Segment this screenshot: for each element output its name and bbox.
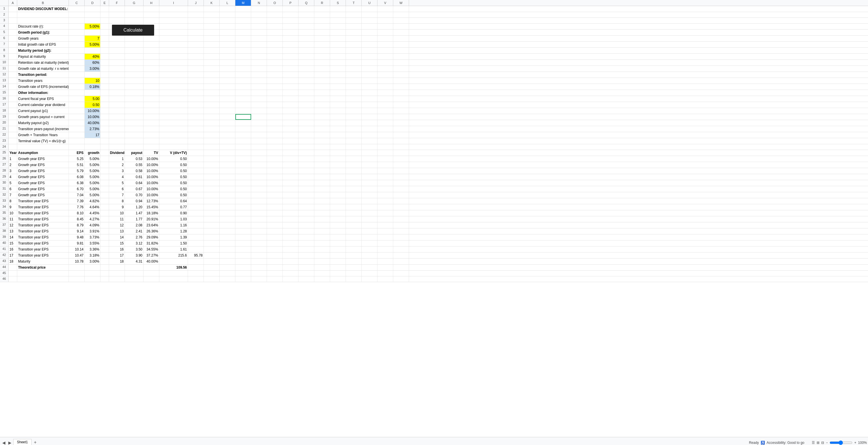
cell-G31[interactable]: 0.67 xyxy=(125,186,144,192)
cell-M13[interactable] xyxy=(236,78,251,84)
cell-E46[interactable] xyxy=(100,276,109,282)
cell-extra-16-3[interactable] xyxy=(314,96,330,102)
cell-L40[interactable] xyxy=(220,240,236,246)
cell-B11[interactable]: Growth rate at maturity: r x retent xyxy=(17,66,69,71)
cell-F2[interactable] xyxy=(109,12,125,18)
cell-I18[interactable] xyxy=(159,108,188,114)
cell-extra-18-8[interactable] xyxy=(393,108,409,114)
cell-J16[interactable] xyxy=(188,96,204,102)
cell-J14[interactable] xyxy=(188,84,204,90)
cell-extra-43-2[interactable] xyxy=(299,259,314,264)
cell-E45[interactable] xyxy=(100,271,109,276)
cell-I38[interactable]: 1.28 xyxy=(159,228,188,234)
cell-J40[interactable] xyxy=(188,240,204,246)
cell-G3[interactable] xyxy=(125,18,144,23)
cell-I22[interactable] xyxy=(159,132,188,138)
cell-H24[interactable] xyxy=(144,144,159,150)
cell-N6[interactable] xyxy=(251,36,267,41)
cell-A2[interactable] xyxy=(9,12,17,18)
cell-N45[interactable] xyxy=(251,271,267,276)
cell-H18[interactable] xyxy=(144,108,159,114)
cell-N27[interactable] xyxy=(251,162,267,168)
cell-extra-12-5[interactable] xyxy=(346,72,362,78)
cell-extra-33-1[interactable] xyxy=(283,198,299,204)
cell-I13[interactable] xyxy=(159,78,188,84)
cell-extra-39-0[interactable] xyxy=(267,234,283,240)
cell-C43[interactable]: 10.78 xyxy=(69,259,85,264)
cell-N10[interactable] xyxy=(251,60,267,65)
cell-L20[interactable] xyxy=(220,120,236,126)
cell-extra-17-2[interactable] xyxy=(299,102,314,108)
cell-extra-3-8[interactable] xyxy=(393,18,409,23)
cell-D30[interactable]: 5.00% xyxy=(85,180,100,186)
cell-extra-9-0[interactable] xyxy=(267,54,283,59)
cell-extra-16-8[interactable] xyxy=(393,96,409,102)
col-header-D[interactable]: D xyxy=(85,0,100,6)
zoom-in-button[interactable]: + xyxy=(854,441,856,445)
cell-I41[interactable]: 1.61 xyxy=(159,246,188,252)
cell-H32[interactable]: 10.00% xyxy=(144,192,159,198)
cell-B13[interactable]: Transition years xyxy=(17,78,69,84)
cell-L8[interactable] xyxy=(220,48,236,54)
cell-M24[interactable] xyxy=(236,144,251,150)
cell-extra-38-2[interactable] xyxy=(299,228,314,234)
cell-C21[interactable] xyxy=(69,126,85,132)
cell-D5[interactable] xyxy=(85,30,100,35)
cell-extra-9-7[interactable] xyxy=(377,54,393,59)
cell-C29[interactable]: 6.08 xyxy=(69,174,85,180)
cell-extra-15-2[interactable] xyxy=(299,90,314,96)
cell-extra-14-3[interactable] xyxy=(314,84,330,90)
cell-M28[interactable] xyxy=(236,168,251,174)
cell-K12[interactable] xyxy=(204,72,220,78)
cell-extra-14-1[interactable] xyxy=(283,84,299,90)
cell-E33[interactable] xyxy=(100,198,109,204)
cell-extra-21-3[interactable] xyxy=(314,126,330,132)
cell-A28[interactable]: 3 xyxy=(9,168,17,174)
cell-H28[interactable]: 10.00% xyxy=(144,168,159,174)
cell-extra-28-3[interactable] xyxy=(314,168,330,174)
cell-extra-33-0[interactable] xyxy=(267,198,283,204)
cell-D36[interactable]: 4.27% xyxy=(85,216,100,222)
cell-N35[interactable] xyxy=(251,210,267,216)
cell-extra-25-4[interactable] xyxy=(330,150,346,156)
cell-extra-7-2[interactable] xyxy=(299,42,314,48)
cell-E10[interactable] xyxy=(100,60,109,65)
cell-M39[interactable] xyxy=(236,234,251,240)
cell-extra-16-4[interactable] xyxy=(330,96,346,102)
cell-extra-41-4[interactable] xyxy=(330,246,346,252)
cell-extra-10-0[interactable] xyxy=(267,60,283,65)
col-header-P[interactable]: P xyxy=(283,0,299,6)
cell-extra-34-8[interactable] xyxy=(393,204,409,210)
cell-N30[interactable] xyxy=(251,180,267,186)
calculate-button[interactable]: Calculate xyxy=(112,25,154,36)
cell-extra-21-2[interactable] xyxy=(299,126,314,132)
cell-J18[interactable] xyxy=(188,108,204,114)
cell-extra-14-8[interactable] xyxy=(393,84,409,90)
cell-K3[interactable] xyxy=(204,18,220,23)
cell-H15[interactable] xyxy=(144,90,159,96)
cell-extra-22-6[interactable] xyxy=(362,132,377,138)
cell-G24[interactable] xyxy=(125,144,144,150)
cell-L2[interactable] xyxy=(220,12,236,18)
cell-A34[interactable]: 9 xyxy=(9,204,17,210)
cell-D25[interactable]: growth xyxy=(85,150,100,156)
cell-D31[interactable]: 5.00% xyxy=(85,186,100,192)
cell-M27[interactable] xyxy=(236,162,251,168)
cell-G20[interactable] xyxy=(125,120,144,126)
cell-K22[interactable] xyxy=(204,132,220,138)
cell-extra-44-7[interactable] xyxy=(377,265,393,270)
cell-A10[interactable] xyxy=(9,60,17,65)
cell-extra-26-0[interactable] xyxy=(267,156,283,162)
cell-E41[interactable] xyxy=(100,246,109,252)
cell-B23[interactable]: Terminal value (TV) = div1/(r-g) xyxy=(17,138,69,144)
cell-J42[interactable]: 95.78 xyxy=(188,253,204,258)
cell-F35[interactable]: 10 xyxy=(109,210,125,216)
cell-extra-7-0[interactable] xyxy=(267,42,283,48)
col-header-R[interactable]: R xyxy=(314,0,330,6)
cell-J7[interactable] xyxy=(188,42,204,48)
cell-I1[interactable] xyxy=(159,6,188,12)
cell-N46[interactable] xyxy=(251,276,267,282)
cell-K25[interactable] xyxy=(204,150,220,156)
cell-extra-31-1[interactable] xyxy=(283,186,299,192)
cell-extra-19-1[interactable] xyxy=(283,114,299,120)
